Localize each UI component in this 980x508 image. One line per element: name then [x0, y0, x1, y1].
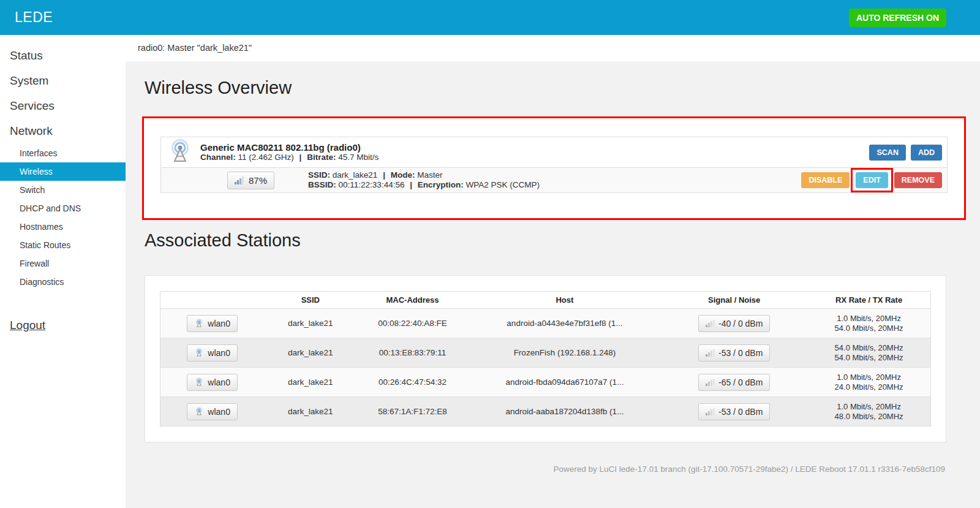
signal-value: -40 / 0 dBm: [718, 319, 763, 328]
footer-credits: Powered by LuCI lede-17.01 branch (git-1…: [126, 464, 945, 474]
channel-value: 11 (2.462 GHz): [238, 153, 294, 162]
signal-noise-badge: -40 / 0 dBm: [698, 315, 770, 332]
interface-badge[interactable]: wlan0: [187, 344, 238, 362]
sidebar-item-system[interactable]: System: [0, 69, 126, 94]
remove-button[interactable]: REMOVE: [894, 172, 942, 188]
sidebar: Status System Services Network Interface…: [0, 35, 126, 508]
signal-bars-icon: [706, 349, 715, 357]
rx-rate: 1.0 Mbit/s, 20MHz: [810, 402, 928, 412]
interface-badge[interactable]: wlan0: [187, 315, 238, 332]
bssid-value: 00:11:22:33:44:56: [339, 180, 405, 189]
device-details: Channel: 11 (2.462 GHz) | Bitrate: 45.7 …: [200, 153, 379, 162]
signal-value: -65 / 0 dBm: [718, 377, 763, 387]
station-ssid: dark_lake21: [264, 338, 356, 368]
col-rx-tx-rate: RX Rate / TX Rate: [807, 292, 930, 309]
disable-button[interactable]: DISABLE: [801, 172, 850, 188]
associated-stations-card: SSID MAC-Address Host Signal / Noise RX …: [145, 275, 946, 442]
signal-strength-badge: 87%: [227, 172, 274, 189]
interface-badge[interactable]: wlan0: [187, 374, 238, 391]
wireless-overview-card: Generic MAC80211 802.11bg (radio0) Chann…: [144, 118, 964, 218]
tx-rate: 54.0 Mbit/s, 20MHz: [810, 324, 928, 333]
station-ssid: dark_lake21: [264, 368, 356, 397]
annotation-rectangle-edit: EDIT: [851, 168, 892, 192]
col-signal-noise: Signal / Noise: [661, 292, 807, 309]
radio-antenna-icon: [166, 139, 194, 166]
interface-name: wlan0: [208, 377, 230, 387]
mode-label: Mode:: [391, 170, 415, 180]
content-area: Wireless Overview: [126, 61, 980, 508]
sidebar-item-status[interactable]: Status: [0, 44, 126, 69]
sidebar-item-interfaces[interactable]: Interfaces: [0, 144, 126, 162]
channel-label: Channel:: [200, 153, 236, 162]
rx-rate: 54.0 Mbit/s, 20MHz: [810, 343, 928, 353]
wifi-icon: [194, 348, 204, 357]
scan-button[interactable]: SCAN: [869, 145, 905, 161]
encryption-label: Encryption:: [418, 180, 464, 189]
wireless-device-table: Generic MAC80211 802.11bg (radio0) Chann…: [160, 137, 948, 193]
ssid-value: dark_lake21: [333, 170, 378, 180]
brand-logo: LEDE: [15, 9, 53, 26]
interface-name: wlan0: [208, 319, 230, 328]
station-mac: 00:26:4C:47:54:32: [356, 368, 468, 397]
col-host: Host: [469, 292, 662, 309]
edit-button[interactable]: EDIT: [856, 172, 888, 188]
bitrate-label: Bitrate:: [307, 153, 336, 162]
network-details: SSID: dark_lake21 | Mode: Master BSSID: …: [308, 170, 540, 190]
signal-percent: 87%: [249, 175, 267, 186]
rx-rate: 1.0 Mbit/s, 20MHz: [810, 314, 928, 324]
auto-refresh-toggle[interactable]: AUTO REFRESH ON: [849, 9, 946, 27]
signal-bars-icon: [235, 176, 245, 184]
interface-name: wlan0: [208, 348, 230, 358]
station-ssid: dark_lake21: [264, 397, 356, 426]
wireless-network-row: 87% SSID: dark_lake21 | Mode: Master: [161, 168, 947, 192]
signal-noise-badge: -53 / 0 dBm: [698, 403, 770, 420]
add-button[interactable]: ADD: [911, 145, 942, 161]
interface-name: wlan0: [208, 407, 230, 417]
separator: |: [410, 180, 412, 189]
station-host: android-a0443e4e7bf31ef8 (1...: [469, 309, 662, 338]
bssid-label: BSSID:: [308, 180, 336, 189]
rx-rate: 1.0 Mbit/s, 20MHz: [810, 373, 928, 382]
separator: |: [300, 153, 302, 162]
col-ssid: SSID: [264, 292, 356, 309]
sidebar-item-firewall[interactable]: Firewall: [0, 254, 126, 273]
stations-header-row: SSID MAC-Address Host Signal / Noise RX …: [160, 292, 931, 309]
station-host: FrozenFish (192.168.1.248): [469, 338, 662, 368]
ssid-label: SSID:: [308, 170, 330, 180]
logout-link[interactable]: Logout: [0, 313, 126, 338]
signal-noise-badge: -65 / 0 dBm: [698, 374, 770, 391]
wifi-icon: [194, 319, 204, 328]
wifi-icon: [194, 377, 204, 387]
station-row: wlan0 dark_lake21 58:67:1A:F1:72:E8 andr…: [160, 397, 931, 426]
encryption-value: WPA2 PSK (CCMP): [466, 180, 540, 189]
signal-bars-icon: [706, 320, 715, 327]
station-host: android-aaba187204d138fb (1...: [469, 397, 662, 426]
page-title-wireless-overview: Wireless Overview: [145, 78, 980, 98]
wifi-icon: [194, 407, 204, 416]
sidebar-item-diagnostics[interactable]: Diagnostics: [0, 273, 126, 291]
station-row: wlan0 dark_lake21 00:08:22:40:A8:FE andr…: [160, 309, 931, 338]
station-mac: 00:08:22:40:A8:FE: [356, 309, 468, 338]
col-mac-address: MAC-Address: [356, 292, 468, 309]
signal-noise-badge: -53 / 0 dBm: [698, 344, 770, 362]
col-interface: [160, 292, 265, 309]
stations-table: SSID MAC-Address Host Signal / Noise RX …: [160, 291, 931, 426]
sidebar-item-wireless[interactable]: Wireless: [0, 162, 126, 181]
sidebar-item-dhcp-dns[interactable]: DHCP and DNS: [0, 199, 126, 218]
station-mac: 00:13:E8:83:79:11: [356, 338, 468, 368]
signal-value: -53 / 0 dBm: [718, 407, 763, 417]
sidebar-item-static-routes[interactable]: Static Routes: [0, 236, 126, 254]
station-row: wlan0 dark_lake21 00:13:E8:83:79:11 Froz…: [160, 338, 931, 368]
sidebar-item-network[interactable]: Network: [0, 119, 126, 144]
breadcrumb: radio0: Master "dark_lake21": [126, 35, 980, 61]
station-mac: 58:67:1A:F1:72:E8: [356, 397, 468, 426]
station-row: wlan0 dark_lake21 00:26:4C:47:54:32 andr…: [160, 368, 931, 397]
sidebar-item-hostnames[interactable]: Hostnames: [0, 218, 126, 236]
mode-value: Master: [417, 170, 442, 180]
signal-value: -53 / 0 dBm: [718, 348, 763, 358]
sidebar-item-switch[interactable]: Switch: [0, 181, 126, 199]
sidebar-item-services[interactable]: Services: [0, 94, 126, 119]
header-bar: LEDE AUTO REFRESH ON: [0, 0, 980, 35]
separator: |: [383, 170, 385, 180]
interface-badge[interactable]: wlan0: [187, 403, 238, 420]
